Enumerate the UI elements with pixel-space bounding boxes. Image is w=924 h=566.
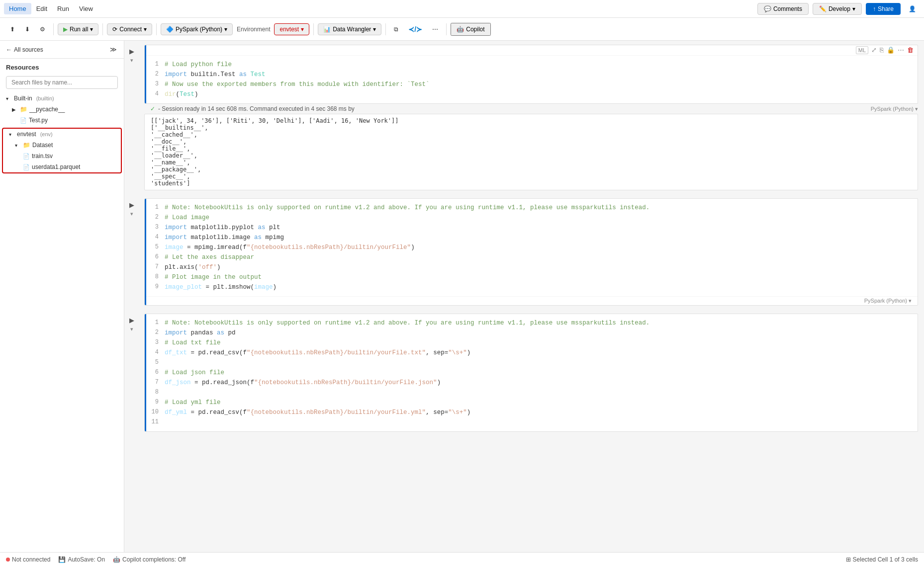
- cell-1-status: ✓ - Session ready in 14 sec 608 ms. Comm…: [144, 104, 924, 114]
- more-actions-icon[interactable]: ⋯: [898, 46, 904, 54]
- separator-1: [53, 23, 54, 35]
- kernel-label-1[interactable]: PySpark (Python) ▾: [871, 106, 918, 112]
- vscode-button[interactable]: ≺/≻: [404, 23, 426, 35]
- cell-3-run-button[interactable]: ▶: [129, 317, 134, 324]
- search-input[interactable]: [6, 76, 118, 89]
- cell-3-container: ▶ ▾ 1 # Note: NotebookUtils is only supp…: [124, 306, 924, 432]
- chevron-down-icon-env: ▾: [301, 26, 304, 33]
- code-line: 4 import matplotlib.image as mpimg: [147, 233, 918, 243]
- folder-icon-pycache: 📁: [20, 106, 27, 113]
- develop-button[interactable]: ✏️ Develop ▾: [813, 3, 862, 15]
- download-button[interactable]: ⬇: [21, 24, 34, 35]
- menu-view[interactable]: View: [74, 3, 98, 14]
- back-to-sources[interactable]: ← All sources: [6, 46, 43, 53]
- check-icon: ✓: [150, 105, 155, 112]
- resources-title: Resources: [0, 59, 124, 73]
- menu-bar: Home Edit Run View 💬 Comments ✏️ Develop…: [0, 0, 924, 18]
- cell-2-run-button[interactable]: ▶: [129, 201, 134, 209]
- cell-3-collapse-button[interactable]: ▾: [130, 326, 133, 332]
- data-wrangler-button[interactable]: 📊 Data Wrangler ▾: [318, 23, 381, 35]
- copilot-icon: 🤖: [457, 26, 464, 33]
- envtest-button[interactable]: envtest ▾: [274, 23, 309, 35]
- copilot-status: 🤖 Copilot completions: Off: [113, 556, 185, 563]
- chevron-down-icon-dw: ▾: [373, 26, 376, 33]
- ml-icon[interactable]: ML: [856, 46, 868, 54]
- pyspark-icon: 🔷: [166, 26, 174, 33]
- code-line: 7 df_json = pd.read_json(f"{notebookutil…: [147, 378, 918, 388]
- connection-status: Not connected: [6, 556, 50, 563]
- pycache-folder[interactable]: ▶ 📁 __pycache__: [0, 104, 124, 115]
- run-all-button[interactable]: ▶ Run all ▾: [58, 23, 98, 35]
- builtin-header[interactable]: ▾ Built-in (builtin): [0, 93, 124, 104]
- menu-run[interactable]: Run: [52, 3, 74, 14]
- cell-1-container: ▶ ▾ ML ⤢ ⎘ 🔒 ⋯ 🗑 1 # Load python file: [124, 41, 924, 190]
- pyspark-button[interactable]: 🔷 PySpark (Python) ▾: [161, 23, 233, 35]
- share-button[interactable]: ↑ Share: [866, 3, 901, 15]
- collapse-sidebar-button[interactable]: ≫: [109, 45, 118, 54]
- code-line: 2 # Load image: [147, 213, 918, 223]
- cell-3-code[interactable]: 1 # Note: NotebookUtils is only supporte…: [145, 314, 918, 431]
- file-icon-userdata: 📄: [23, 164, 30, 170]
- upload-icon: ⬆: [10, 26, 15, 33]
- dataset-folder[interactable]: ▾ 📁 Dataset: [3, 140, 121, 151]
- code-line: 2 import builtin.Test as Test: [147, 70, 918, 80]
- pycache-label: __pycache__: [29, 106, 65, 113]
- menu-home[interactable]: Home: [4, 3, 31, 14]
- userdata-parquet-label: userdata1.parquet: [32, 163, 80, 170]
- code-line: 2 import pandas as pd: [147, 328, 918, 338]
- test-py-file[interactable]: 📄 Test.py: [0, 115, 124, 126]
- cell-1-code[interactable]: 1 # Load python file 2 import builtin.Te…: [145, 56, 918, 103]
- copy-icon[interactable]: ⎘: [880, 46, 884, 54]
- separator-2: [102, 23, 103, 35]
- chevron-down-icon-pyspark: ▾: [224, 26, 227, 33]
- cell-3-blue-bar: [145, 314, 146, 431]
- datawrangler-icon: 📊: [323, 26, 331, 33]
- code-line: 4 df_txt = pd.read_csv(f"{notebookutils.…: [147, 348, 918, 358]
- kernel-label-2[interactable]: PySpark (Python) ▾: [864, 298, 912, 304]
- cell-1-collapse-button[interactable]: ▾: [130, 57, 133, 64]
- delete-icon[interactable]: 🗑: [907, 46, 914, 54]
- more-button[interactable]: ⋯: [428, 24, 442, 35]
- output-line: [['jack', 34, '36'], ['Riti', 30, 'Delhi…: [151, 117, 912, 124]
- code-line: 9 image_plot = plt.imshow(image): [147, 282, 918, 292]
- settings-button[interactable]: ⚙: [36, 24, 49, 35]
- separator-6: [446, 23, 447, 35]
- code-line: 8: [147, 388, 918, 398]
- user-button[interactable]: 👤: [905, 3, 920, 14]
- sidebar-header: ← All sources ≫: [0, 41, 124, 59]
- selected-cell-status: ⊞ Selected Cell 1 of 3 cells: [846, 556, 918, 563]
- main-content: ← All sources ≫ Resources ▾ Built-in (bu…: [0, 41, 924, 552]
- cell-2-code[interactable]: 1 # Note: NotebookUtils is only supporte…: [145, 199, 918, 296]
- comments-button[interactable]: 💬 Comments: [757, 3, 809, 15]
- split-view-button[interactable]: ⧉: [390, 24, 402, 35]
- pencil-icon: ✏️: [819, 5, 827, 12]
- cell-2-body: 1 # Note: NotebookUtils is only supporte…: [144, 198, 918, 306]
- cell-2-footer: PySpark (Python) ▾: [145, 296, 918, 305]
- autosave-icon: 💾: [58, 556, 66, 563]
- upload-button[interactable]: ⬆: [6, 24, 19, 35]
- menu-edit[interactable]: Edit: [31, 3, 52, 14]
- code-line: 7 plt.axis('off'): [147, 262, 918, 272]
- user-icon: 👤: [909, 5, 916, 12]
- code-line: 5: [147, 358, 918, 368]
- expand-icon[interactable]: ⤢: [871, 46, 877, 54]
- envtest-header[interactable]: ▾ envtest (env): [3, 129, 121, 140]
- not-connected-dot: [6, 558, 10, 562]
- lock-icon[interactable]: 🔒: [887, 46, 895, 54]
- train-tsv-file[interactable]: 📄 train.tsv: [3, 151, 121, 162]
- download-icon: ⬇: [25, 26, 30, 33]
- cell-1-action-bar: ML ⤢ ⎘ 🔒 ⋯ 🗑: [145, 45, 918, 56]
- code-line: 1 # Note: NotebookUtils is only supporte…: [147, 318, 918, 328]
- selected-cells-icon: ⊞: [846, 556, 851, 563]
- separator-3: [156, 23, 157, 35]
- userdata-parquet-file[interactable]: 📄 userdata1.parquet: [3, 162, 121, 172]
- cell-1-body: ML ⤢ ⎘ 🔒 ⋯ 🗑 1 # Load python file 2 impo…: [144, 45, 918, 104]
- connect-button[interactable]: ⟳ Connect ▾: [107, 23, 152, 35]
- output-line: '__loader__',: [151, 152, 912, 159]
- cell-1-run-button[interactable]: ▶: [129, 48, 134, 55]
- output-line: '__cached__',: [151, 131, 912, 138]
- separator-4: [313, 23, 314, 35]
- copilot-button[interactable]: 🤖 Copilot: [451, 23, 490, 36]
- output-line: '__package__',: [151, 166, 912, 173]
- cell-2-collapse-button[interactable]: ▾: [130, 211, 133, 217]
